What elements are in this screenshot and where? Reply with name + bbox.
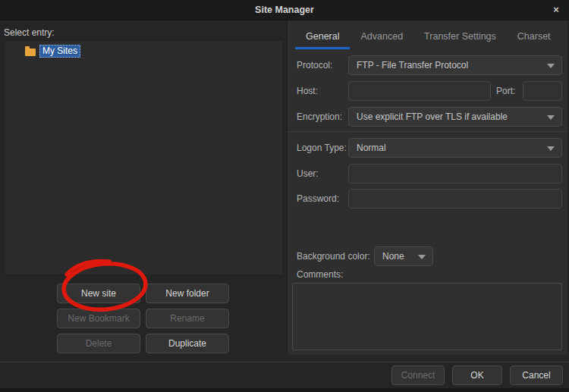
protocol-select[interactable]: FTP - File Transfer Protocol — [348, 55, 562, 75]
tab-charset[interactable]: Charset — [507, 27, 561, 49]
logon-type-label: Logon Type: — [297, 138, 347, 158]
delete-button[interactable]: Delete — [57, 334, 140, 353]
general-settings-panel: General Advanced Transfer Settings Chars… — [287, 20, 567, 355]
folder-icon — [25, 49, 36, 56]
host-label: Host: — [297, 81, 318, 101]
tab-advanced[interactable]: Advanced — [350, 27, 413, 49]
background-color-select[interactable]: None — [374, 246, 433, 266]
new-bookmark-button[interactable]: New Bookmark — [57, 309, 140, 328]
logon-type-value: Normal — [357, 143, 386, 153]
dialog-title: Site Manager — [0, 5, 569, 15]
ok-button[interactable]: OK — [452, 365, 502, 385]
new-site-button[interactable]: New site — [57, 284, 140, 303]
select-entry-label: Select entry: — [4, 27, 55, 38]
close-icon[interactable]: × — [550, 4, 562, 16]
new-folder-button[interactable]: New folder — [146, 284, 229, 303]
chevron-down-icon — [547, 115, 555, 120]
chevron-down-icon — [547, 64, 555, 68]
duplicate-button[interactable]: Duplicate — [146, 334, 229, 353]
rename-button[interactable]: Rename — [146, 309, 229, 328]
chevron-down-icon — [418, 255, 426, 259]
comments-label: Comments: — [297, 265, 343, 284]
encryption-value: Use explicit FTP over TLS if available — [357, 111, 508, 122]
separator — [288, 131, 567, 132]
tree-item-label: My Sites — [39, 45, 80, 58]
separator — [0, 362, 569, 362]
cancel-button[interactable]: Cancel — [510, 365, 563, 385]
encryption-label: Encryption: — [297, 107, 342, 127]
chevron-down-icon — [547, 146, 555, 151]
comments-textarea[interactable] — [292, 283, 562, 350]
background-color-label: Background color: — [297, 246, 370, 266]
background-color-value: None — [382, 251, 404, 262]
site-manager-dialog: Site Manager × Select entry: My Sites Ne… — [0, 0, 569, 392]
port-input[interactable] — [523, 81, 562, 101]
password-input[interactable] — [348, 189, 562, 209]
protocol-value: FTP - File Transfer Protocol — [357, 60, 468, 71]
tree-item-my-sites[interactable]: My Sites — [25, 45, 80, 58]
port-label: Port: — [496, 81, 515, 101]
encryption-select[interactable]: Use explicit FTP over TLS if available — [348, 107, 562, 127]
tab-general[interactable]: General — [295, 27, 350, 49]
logon-type-select[interactable]: Normal — [348, 138, 562, 158]
tabbar: General Advanced Transfer Settings Chars… — [295, 27, 561, 49]
user-label: User: — [297, 164, 319, 183]
site-tree[interactable]: My Sites — [3, 40, 284, 275]
screen-edge — [0, 388, 569, 392]
password-label: Password: — [297, 189, 339, 209]
host-input[interactable] — [348, 81, 491, 101]
connect-button[interactable]: Connect — [391, 365, 445, 385]
user-input[interactable] — [348, 164, 562, 183]
tab-transfer-settings[interactable]: Transfer Settings — [413, 27, 507, 49]
titlebar[interactable]: Site Manager × — [0, 0, 569, 20]
protocol-label: Protocol: — [297, 55, 332, 75]
